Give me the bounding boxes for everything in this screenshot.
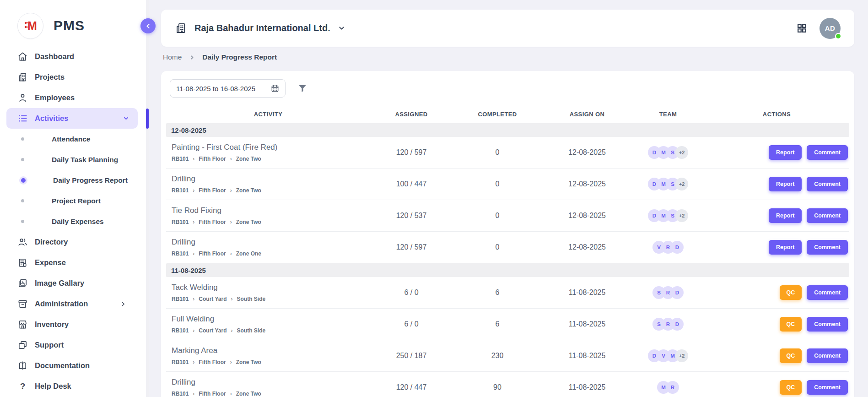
assign-on-date: 11-08-2025 (542, 320, 632, 328)
path-segment: RB101 (172, 296, 189, 302)
sidebar-item-inventory[interactable]: Inventory (0, 314, 149, 335)
activity-title: Drilling (172, 174, 370, 184)
path-chevron-icon: › (230, 219, 232, 225)
filter-button[interactable] (297, 83, 307, 93)
list-icon (17, 113, 28, 124)
assign-on-date: 12-08-2025 (542, 212, 632, 220)
comment-button[interactable]: Comment (807, 317, 848, 332)
team-member-avatar[interactable]: D (671, 286, 684, 299)
path-segment: Court Yard (199, 296, 226, 302)
team-extra-count-badge[interactable]: +2 (675, 146, 688, 159)
comment-button[interactable]: Comment (807, 380, 848, 395)
table-body: 12-08-2025 Painting - First Coat (Fire R… (166, 123, 849, 397)
comment-button[interactable]: Comment (807, 348, 848, 363)
activity-title: Painting - First Coat (Fire Red) (172, 143, 370, 152)
comment-button[interactable]: Comment (807, 177, 848, 191)
sidebar-item-expense[interactable]: Expense (0, 252, 149, 273)
actions-cell: ReportComment (704, 240, 849, 255)
team-extra-count-badge[interactable]: +2 (675, 178, 688, 190)
team-member-avatar[interactable]: R (666, 381, 679, 394)
comment-button[interactable]: Comment (807, 285, 848, 300)
company-selector[interactable]: Raja Bahadur International Ltd. (175, 22, 345, 34)
comment-button[interactable]: Comment (807, 145, 848, 160)
sidebar-item-directory[interactable]: Directory (0, 232, 149, 252)
report-button[interactable]: Report (769, 240, 802, 255)
team-extra-count-badge[interactable]: +2 (675, 349, 688, 362)
path-segment: RB101 (172, 156, 189, 162)
date-range-input[interactable]: 11-08-2025 to 16-08-2025 (170, 79, 286, 98)
sidebar-subitem-daily-progress-report[interactable]: Daily Progress Report (0, 170, 149, 190)
path-segment: Zone Two (236, 391, 261, 397)
sidebar-item-image-gallary[interactable]: Image Gallary (0, 273, 149, 294)
sidebar-item-dashboard[interactable]: Dashboard (0, 46, 149, 67)
team-member-avatar[interactable]: D (671, 241, 684, 254)
path-chevron-icon: › (193, 250, 194, 257)
sidebar-subitem-label: Daily Progress Report (53, 176, 128, 185)
report-button[interactable]: Report (769, 145, 802, 160)
sidebar-subitem-label: Daily Task Planning (52, 156, 118, 164)
actions-cell: ReportComment (704, 177, 849, 191)
qc-button[interactable]: QC (780, 348, 802, 363)
date-group-row: 11-08-2025 (166, 263, 849, 277)
sidebar-subitem-attendance[interactable]: Attendance (0, 129, 149, 149)
user-avatar[interactable]: AD (819, 18, 841, 39)
sidebar-item-support[interactable]: Support (0, 335, 149, 355)
path-segment: RB101 (172, 250, 189, 257)
path-chevron-icon: › (193, 359, 194, 365)
actions-cell: QCComment (704, 380, 849, 395)
assigned-value: 120 / 537 (370, 212, 453, 220)
sidebar-item-employees[interactable]: Employees (0, 87, 149, 108)
sidebar-subitem-project-report[interactable]: Project Report (0, 190, 149, 211)
sidebar-item-documentation[interactable]: Documentation (0, 355, 149, 376)
activity-cell: Tie Rod Fixing RB101›Fifth Floor›Zone Tw… (166, 206, 370, 225)
sidebar-item-projects[interactable]: Projects (0, 67, 149, 87)
activity-location-path: RB101›Fifth Floor›Zone Two (172, 359, 370, 365)
sidebar-item-activities[interactable]: Activities (6, 108, 138, 129)
sidebar-collapse-button[interactable] (140, 18, 156, 33)
report-button[interactable]: Report (769, 208, 802, 223)
report-button[interactable]: Report (769, 177, 802, 191)
activity-location-path: RB101›Court Yard›South Side (172, 296, 370, 302)
activity-title: Marking Area (172, 346, 370, 355)
brand: M PMS (0, 0, 149, 41)
qc-button[interactable]: QC (780, 317, 802, 332)
path-chevron-icon: › (230, 391, 232, 397)
assigned-value: 120 / 597 (370, 243, 453, 251)
sidebar-item-administration[interactable]: Administration (0, 294, 149, 314)
team-avatars: MR (632, 381, 704, 394)
online-status-dot (835, 33, 841, 39)
breadcrumb-home[interactable]: Home (163, 53, 182, 61)
apps-grid-button[interactable] (796, 22, 808, 34)
calendar-icon (270, 84, 280, 93)
comment-button[interactable]: Comment (807, 240, 848, 255)
assigned-value: 6 / 0 (370, 288, 453, 297)
activity-title: Drilling (172, 378, 370, 387)
activity-title: Tie Rod Fixing (172, 206, 370, 215)
path-chevron-icon: › (193, 391, 194, 397)
path-chevron-icon: › (230, 359, 232, 365)
date-range-value: 11-08-2025 to 16-08-2025 (176, 85, 255, 92)
sidebar-item-label: Activities (35, 114, 68, 123)
assign-on-date: 11-08-2025 (542, 352, 632, 360)
sidebar-subitem-daily-expenses[interactable]: Daily Expenses (0, 211, 149, 232)
comment-button[interactable]: Comment (807, 208, 848, 223)
sidebar-item-help-desk[interactable]: ? Help Desk (0, 376, 149, 397)
person-icon (17, 92, 28, 103)
app-title: PMS (54, 18, 85, 33)
path-segment: Fifth Floor (199, 359, 226, 365)
sidebar-item-label: Help Desk (35, 382, 71, 391)
team-member-avatar[interactable]: D (671, 318, 684, 331)
svg-text:M: M (27, 19, 37, 32)
path-segment: Court Yard (199, 327, 226, 334)
qc-button[interactable]: QC (780, 285, 802, 300)
company-logo: M (17, 13, 43, 39)
question-icon: ? (17, 381, 28, 392)
qc-button[interactable]: QC (780, 380, 802, 395)
team-extra-count-badge[interactable]: +2 (675, 209, 688, 222)
assigned-value: 120 / 597 (370, 148, 453, 157)
sidebar-subitem-daily-task-planning[interactable]: Daily Task Planning (0, 149, 149, 170)
daily-progress-report-panel: 11-08-2025 to 16-08-2025 ACTIVITY ASSIGN… (161, 71, 854, 397)
bullet-dot-icon (21, 199, 24, 202)
sidebar-item-label: Inventory (35, 320, 69, 329)
path-segment: South Side (237, 327, 265, 334)
